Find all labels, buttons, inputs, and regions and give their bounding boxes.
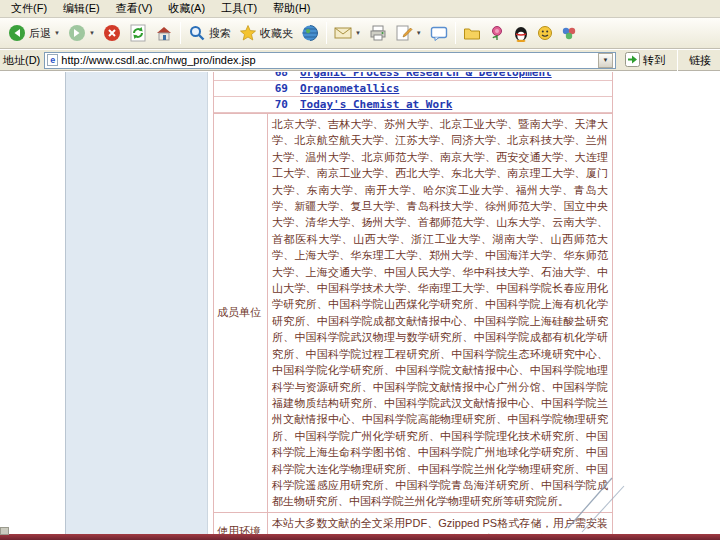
menu-edit[interactable]: 编辑(E): [55, 0, 108, 17]
row-label-members: 成员单位: [214, 114, 268, 513]
table-row: 使用环境 本站大多数文献的全文采用PDF、Gzipped PS格式存储，用户需安…: [214, 512, 613, 534]
home-icon: [155, 24, 173, 42]
globe-icon: [301, 24, 319, 42]
page-favicon-icon: e: [47, 54, 58, 66]
discuss-icon: [430, 26, 448, 41]
bottom-edge-bar: [0, 534, 720, 540]
menu-bar: 文件(F) 编辑(E) 查看(V) 收藏(A) 工具(T) 帮助(H): [0, 0, 720, 18]
journal-number: 68: [214, 72, 300, 79]
search-button[interactable]: 搜索: [184, 22, 235, 44]
rose-plugin-button[interactable]: [485, 23, 509, 43]
links-label: 链接: [689, 53, 711, 68]
folder-plugin-button[interactable]: [459, 24, 485, 42]
address-input[interactable]: e http://www.csdl.ac.cn/hwg_pro/index.js…: [44, 52, 616, 69]
journal-number: 69: [214, 82, 300, 95]
smiley-icon: [537, 25, 553, 41]
stop-button[interactable]: [99, 22, 125, 44]
journal-title-link[interactable]: Organic Process Research & Development: [300, 72, 552, 79]
search-icon: [188, 24, 206, 42]
go-button[interactable]: 转到: [620, 51, 670, 70]
menu-view[interactable]: 查看(V): [108, 0, 161, 17]
journal-row: 69 Organometallics: [214, 81, 612, 97]
printer-icon: [369, 25, 387, 41]
menu-file[interactable]: 文件(F): [3, 0, 55, 17]
edit-icon: [395, 25, 413, 41]
address-bar: 地址(D) e http://www.csdl.ac.cn/hwg_pro/in…: [0, 50, 720, 71]
go-icon: [625, 52, 640, 69]
bottom-left-corner-square: [0, 527, 9, 535]
folder-icon: [463, 26, 481, 40]
search-label: 搜索: [209, 26, 231, 41]
journal-row: 68 Organic Process Research & Developmen…: [214, 72, 612, 81]
qq-plugin-button[interactable]: [509, 23, 533, 44]
colorful-plugin-icon: [561, 25, 577, 41]
address-url: http://www.csdl.ac.cn/hwg_pro/index.jsp: [61, 54, 255, 66]
back-button[interactable]: 后退 ▼: [4, 22, 64, 44]
mail-dropdown-icon[interactable]: ▼: [355, 30, 361, 36]
edit-dropdown-icon[interactable]: ▼: [416, 30, 422, 36]
favorites-star-icon: [239, 24, 257, 42]
go-label: 转到: [643, 53, 665, 68]
forward-icon: [68, 24, 86, 42]
address-label: 地址(D): [3, 53, 40, 68]
rose-icon: [489, 25, 505, 41]
edit-button[interactable]: ▼: [391, 23, 426, 43]
pencil-stroke-marks: [562, 470, 632, 534]
forward-dropdown-icon[interactable]: ▼: [89, 30, 95, 36]
forward-button[interactable]: ▼: [64, 22, 99, 44]
toolbar-separator: [455, 22, 456, 44]
addressbar-separator: [677, 49, 678, 71]
journal-number: 70: [214, 98, 300, 111]
media-button[interactable]: [297, 22, 323, 44]
back-icon: [8, 24, 26, 42]
refresh-button[interactable]: [125, 22, 151, 44]
toolbar-separator: [326, 22, 327, 44]
menu-tools[interactable]: 工具(T): [213, 0, 265, 17]
qq-penguin-icon: [513, 25, 529, 42]
menu-favorites[interactable]: 收藏(A): [160, 0, 213, 17]
back-label: 后退: [29, 26, 51, 41]
browser-window: 文件(F) 编辑(E) 查看(V) 收藏(A) 工具(T) 帮助(H) 后退 ▼…: [0, 0, 720, 540]
journal-title-link[interactable]: Today's Chemist at Work: [300, 98, 452, 111]
face-plugin-button[interactable]: [533, 23, 557, 43]
print-button[interactable]: [365, 23, 391, 43]
journal-list: 68 Organic Process Research & Developmen…: [213, 72, 613, 113]
menu-help[interactable]: 帮助(H): [265, 0, 318, 17]
stop-icon: [103, 24, 121, 42]
refresh-icon: [129, 24, 147, 42]
address-dropdown-button[interactable]: ▼: [598, 53, 613, 68]
journal-title-link[interactable]: Organometallics: [300, 82, 399, 95]
netants-plugin-button[interactable]: [557, 23, 581, 43]
row-value-environment: 本站大多数文献的全文采用PDF、Gzipped PS格式存储，用户需安装免费软件…: [268, 512, 613, 534]
journal-row: 70 Today's Chemist at Work: [214, 97, 612, 113]
toolbar-separator: [180, 22, 181, 44]
mail-icon: [334, 26, 352, 40]
discuss-button[interactable]: [426, 24, 452, 43]
mail-button[interactable]: ▼: [330, 24, 365, 42]
page-left-panel: [65, 72, 208, 534]
favorites-label: 收藏夹: [260, 26, 293, 41]
links-button[interactable]: 链接: [685, 53, 717, 68]
table-row: 成员单位 北京大学、吉林大学、苏州大学、北京工业大学、暨南大学、天津大学、北京航…: [214, 114, 613, 513]
page-content: 68 Organic Process Research & Developmen…: [0, 72, 720, 534]
database-info-table: 成员单位 北京大学、吉林大学、苏州大学、北京工业大学、暨南大学、天津大学、北京航…: [213, 113, 613, 534]
row-value-members: 北京大学、吉林大学、苏州大学、北京工业大学、暨南大学、天津大学、北京航空航天大学…: [268, 114, 613, 513]
toolbar: 后退 ▼ ▼ 搜索 收藏夹 ▼: [0, 18, 720, 49]
page-main-column: 68 Organic Process Research & Developmen…: [213, 72, 613, 534]
back-dropdown-icon[interactable]: ▼: [54, 30, 60, 36]
home-button[interactable]: [151, 22, 177, 44]
favorites-button[interactable]: 收藏夹: [235, 22, 297, 44]
row-label-environment: 使用环境: [214, 512, 268, 534]
